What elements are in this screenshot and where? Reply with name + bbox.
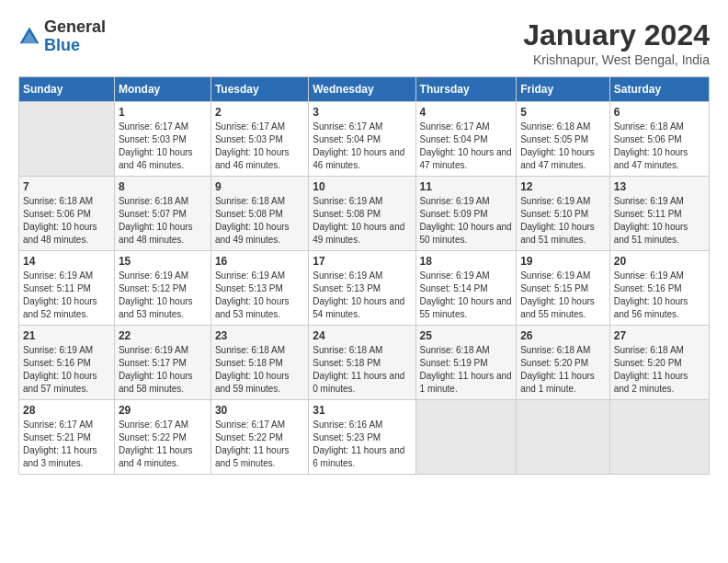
day-info: Sunrise: 6:17 AMSunset: 5:22 PMDaylight:… bbox=[119, 419, 207, 470]
day-info: Sunrise: 6:19 AMSunset: 5:11 PMDaylight:… bbox=[614, 195, 705, 247]
day-cell: 14Sunrise: 6:19 AMSunset: 5:11 PMDayligh… bbox=[19, 251, 115, 326]
col-header-wednesday: Wednesday bbox=[309, 77, 415, 102]
day-info: Sunrise: 6:16 AMSunset: 5:23 PMDaylight:… bbox=[313, 419, 411, 470]
week-row-4: 21Sunrise: 6:19 AMSunset: 5:16 PMDayligh… bbox=[19, 326, 710, 400]
location: Krishnapur, West Bengal, India bbox=[523, 52, 710, 67]
day-number: 29 bbox=[119, 404, 207, 417]
day-info: Sunrise: 6:18 AMSunset: 5:18 PMDaylight:… bbox=[313, 344, 411, 396]
day-cell: 6Sunrise: 6:18 AMSunset: 5:06 PMDaylight… bbox=[609, 102, 709, 177]
day-cell: 13Sunrise: 6:19 AMSunset: 5:11 PMDayligh… bbox=[609, 177, 709, 251]
day-number: 26 bbox=[520, 329, 606, 342]
day-cell: 28Sunrise: 6:17 AMSunset: 5:21 PMDayligh… bbox=[19, 400, 115, 475]
day-cell: 12Sunrise: 6:19 AMSunset: 5:10 PMDayligh… bbox=[517, 177, 610, 251]
title-block: January 2024 Krishnapur, West Bengal, In… bbox=[523, 18, 710, 67]
day-info: Sunrise: 6:17 AMSunset: 5:22 PMDaylight:… bbox=[215, 419, 304, 470]
day-cell: 1Sunrise: 6:17 AMSunset: 5:03 PMDaylight… bbox=[114, 102, 210, 177]
day-number: 10 bbox=[313, 180, 411, 193]
col-header-thursday: Thursday bbox=[415, 77, 517, 102]
calendar-body: 1Sunrise: 6:17 AMSunset: 5:03 PMDaylight… bbox=[19, 102, 710, 475]
day-cell: 20Sunrise: 6:19 AMSunset: 5:16 PMDayligh… bbox=[609, 251, 709, 326]
day-cell: 21Sunrise: 6:19 AMSunset: 5:16 PMDayligh… bbox=[19, 326, 115, 400]
day-number: 4 bbox=[420, 106, 513, 119]
day-cell bbox=[415, 400, 517, 475]
day-number: 24 bbox=[313, 329, 411, 342]
day-number: 19 bbox=[520, 255, 606, 268]
day-number: 18 bbox=[420, 255, 513, 268]
day-info: Sunrise: 6:19 AMSunset: 5:11 PMDaylight:… bbox=[23, 270, 110, 321]
header-row: SundayMondayTuesdayWednesdayThursdayFrid… bbox=[19, 77, 710, 102]
day-cell: 7Sunrise: 6:18 AMSunset: 5:06 PMDaylight… bbox=[19, 177, 115, 251]
day-cell: 10Sunrise: 6:19 AMSunset: 5:08 PMDayligh… bbox=[309, 177, 415, 251]
day-number: 12 bbox=[520, 180, 606, 193]
day-number: 22 bbox=[119, 329, 207, 342]
day-cell: 9Sunrise: 6:18 AMSunset: 5:08 PMDaylight… bbox=[210, 177, 308, 251]
day-info: Sunrise: 6:18 AMSunset: 5:06 PMDaylight:… bbox=[23, 195, 110, 247]
week-row-2: 7Sunrise: 6:18 AMSunset: 5:06 PMDaylight… bbox=[19, 177, 710, 251]
logo-blue-text: Blue bbox=[44, 36, 80, 54]
day-info: Sunrise: 6:19 AMSunset: 5:09 PMDaylight:… bbox=[420, 195, 513, 247]
page-header: General Blue January 2024 Krishnapur, We… bbox=[18, 18, 710, 67]
day-cell: 26Sunrise: 6:18 AMSunset: 5:20 PMDayligh… bbox=[517, 326, 610, 400]
day-info: Sunrise: 6:19 AMSunset: 5:13 PMDaylight:… bbox=[215, 270, 304, 321]
day-info: Sunrise: 6:17 AMSunset: 5:04 PMDaylight:… bbox=[420, 121, 513, 172]
col-header-monday: Monday bbox=[114, 77, 210, 102]
day-cell: 5Sunrise: 6:18 AMSunset: 5:05 PMDaylight… bbox=[517, 102, 610, 177]
day-cell: 23Sunrise: 6:18 AMSunset: 5:18 PMDayligh… bbox=[210, 326, 308, 400]
month-title: January 2024 bbox=[523, 18, 710, 52]
day-number: 30 bbox=[215, 404, 304, 417]
day-number: 16 bbox=[215, 255, 304, 268]
day-number: 15 bbox=[119, 255, 207, 268]
col-header-friday: Friday bbox=[517, 77, 610, 102]
day-info: Sunrise: 6:18 AMSunset: 5:19 PMDaylight:… bbox=[420, 344, 513, 396]
logo-icon bbox=[18, 26, 40, 48]
day-info: Sunrise: 6:17 AMSunset: 5:21 PMDaylight:… bbox=[23, 419, 110, 470]
day-cell: 30Sunrise: 6:17 AMSunset: 5:22 PMDayligh… bbox=[210, 400, 308, 475]
day-info: Sunrise: 6:17 AMSunset: 5:03 PMDaylight:… bbox=[119, 121, 207, 172]
day-info: Sunrise: 6:19 AMSunset: 5:10 PMDaylight:… bbox=[520, 195, 606, 247]
day-number: 1 bbox=[119, 106, 207, 119]
day-number: 13 bbox=[614, 180, 705, 193]
day-number: 17 bbox=[313, 255, 411, 268]
col-header-saturday: Saturday bbox=[609, 77, 709, 102]
day-info: Sunrise: 6:19 AMSunset: 5:14 PMDaylight:… bbox=[420, 270, 513, 321]
day-cell: 15Sunrise: 6:19 AMSunset: 5:12 PMDayligh… bbox=[114, 251, 210, 326]
day-number: 23 bbox=[215, 329, 304, 342]
day-cell: 4Sunrise: 6:17 AMSunset: 5:04 PMDaylight… bbox=[415, 102, 517, 177]
day-cell: 8Sunrise: 6:18 AMSunset: 5:07 PMDaylight… bbox=[114, 177, 210, 251]
week-row-3: 14Sunrise: 6:19 AMSunset: 5:11 PMDayligh… bbox=[19, 251, 710, 326]
logo: General Blue bbox=[18, 18, 106, 55]
day-number: 28 bbox=[23, 404, 110, 417]
week-row-5: 28Sunrise: 6:17 AMSunset: 5:21 PMDayligh… bbox=[19, 400, 710, 475]
day-info: Sunrise: 6:19 AMSunset: 5:08 PMDaylight:… bbox=[313, 195, 411, 247]
day-cell: 11Sunrise: 6:19 AMSunset: 5:09 PMDayligh… bbox=[415, 177, 517, 251]
day-info: Sunrise: 6:19 AMSunset: 5:15 PMDaylight:… bbox=[520, 270, 606, 321]
day-info: Sunrise: 6:18 AMSunset: 5:20 PMDaylight:… bbox=[520, 344, 606, 396]
day-info: Sunrise: 6:18 AMSunset: 5:07 PMDaylight:… bbox=[119, 195, 207, 247]
day-cell: 2Sunrise: 6:17 AMSunset: 5:03 PMDaylight… bbox=[210, 102, 308, 177]
day-info: Sunrise: 6:19 AMSunset: 5:16 PMDaylight:… bbox=[614, 270, 705, 321]
week-row-1: 1Sunrise: 6:17 AMSunset: 5:03 PMDaylight… bbox=[19, 102, 710, 177]
day-number: 2 bbox=[215, 106, 304, 119]
day-number: 21 bbox=[23, 329, 110, 342]
day-info: Sunrise: 6:17 AMSunset: 5:04 PMDaylight:… bbox=[313, 121, 411, 172]
day-cell: 31Sunrise: 6:16 AMSunset: 5:23 PMDayligh… bbox=[309, 400, 415, 475]
day-cell: 29Sunrise: 6:17 AMSunset: 5:22 PMDayligh… bbox=[114, 400, 210, 475]
day-number: 8 bbox=[119, 180, 207, 193]
day-cell: 27Sunrise: 6:18 AMSunset: 5:20 PMDayligh… bbox=[609, 326, 709, 400]
day-info: Sunrise: 6:19 AMSunset: 5:16 PMDaylight:… bbox=[23, 344, 110, 396]
day-info: Sunrise: 6:19 AMSunset: 5:13 PMDaylight:… bbox=[313, 270, 411, 321]
day-info: Sunrise: 6:18 AMSunset: 5:20 PMDaylight:… bbox=[614, 344, 705, 396]
day-number: 25 bbox=[420, 329, 513, 342]
day-cell: 25Sunrise: 6:18 AMSunset: 5:19 PMDayligh… bbox=[415, 326, 517, 400]
day-info: Sunrise: 6:17 AMSunset: 5:03 PMDaylight:… bbox=[215, 121, 304, 172]
col-header-tuesday: Tuesday bbox=[210, 77, 308, 102]
day-info: Sunrise: 6:18 AMSunset: 5:05 PMDaylight:… bbox=[520, 121, 606, 172]
col-header-sunday: Sunday bbox=[19, 77, 115, 102]
day-cell: 22Sunrise: 6:19 AMSunset: 5:17 PMDayligh… bbox=[114, 326, 210, 400]
day-cell: 19Sunrise: 6:19 AMSunset: 5:15 PMDayligh… bbox=[517, 251, 610, 326]
calendar-table: SundayMondayTuesdayWednesdayThursdayFrid… bbox=[18, 76, 710, 475]
calendar-header: SundayMondayTuesdayWednesdayThursdayFrid… bbox=[19, 77, 710, 102]
day-number: 14 bbox=[23, 255, 110, 268]
day-info: Sunrise: 6:19 AMSunset: 5:12 PMDaylight:… bbox=[119, 270, 207, 321]
day-cell: 18Sunrise: 6:19 AMSunset: 5:14 PMDayligh… bbox=[415, 251, 517, 326]
